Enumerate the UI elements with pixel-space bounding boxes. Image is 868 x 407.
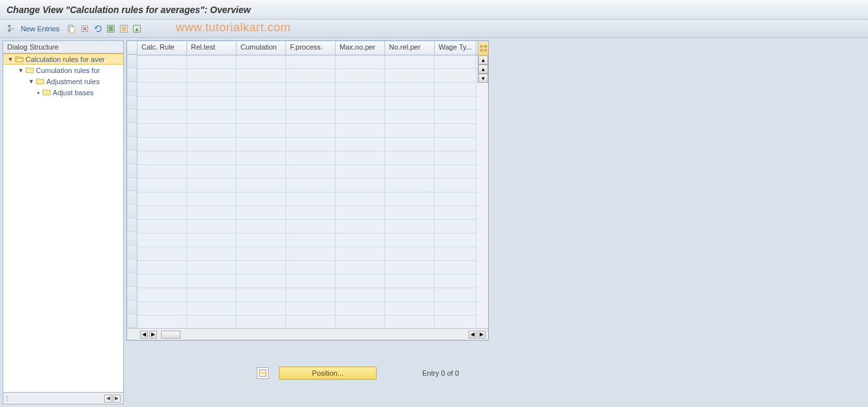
expand-toggle-icon[interactable]: ▼	[28, 78, 35, 85]
cell[interactable]	[435, 138, 476, 151]
cell[interactable]	[237, 151, 286, 164]
cell[interactable]	[286, 275, 336, 288]
cell[interactable]	[336, 55, 385, 68]
cell[interactable]	[435, 55, 476, 68]
row-selector[interactable]	[127, 232, 137, 246]
row-selector[interactable]	[127, 82, 137, 96]
cell[interactable]	[137, 55, 187, 68]
row-selector[interactable]	[127, 301, 137, 314]
cell[interactable]	[137, 220, 187, 233]
cell[interactable]	[435, 165, 476, 178]
cell[interactable]	[336, 261, 385, 274]
cell[interactable]	[187, 302, 237, 315]
column-rel-test[interactable]: Rel.test	[187, 41, 237, 55]
select-all-rows[interactable]	[127, 41, 137, 55]
table-row[interactable]	[137, 83, 478, 97]
cell[interactable]	[336, 302, 385, 315]
row-selector[interactable]	[127, 55, 137, 68]
cell[interactable]	[137, 275, 187, 288]
cell[interactable]	[187, 124, 237, 137]
cell[interactable]	[286, 261, 336, 274]
table-config-icon[interactable]	[478, 41, 488, 55]
cell[interactable]	[286, 302, 336, 315]
table-row[interactable]	[137, 97, 478, 110]
cell[interactable]	[237, 220, 286, 233]
cell[interactable]	[237, 165, 286, 178]
table-row[interactable]	[137, 316, 478, 328]
row-selector[interactable]	[127, 164, 137, 178]
cell[interactable]	[286, 124, 336, 137]
cell[interactable]	[237, 124, 286, 137]
cell[interactable]	[336, 288, 385, 301]
cell[interactable]	[187, 206, 237, 219]
cell[interactable]	[385, 192, 435, 205]
cell[interactable]	[286, 110, 336, 123]
table-row[interactable]	[137, 55, 478, 69]
expand-toggle-icon[interactable]: ▼	[7, 56, 14, 63]
table-row[interactable]	[137, 288, 478, 302]
row-selector[interactable]	[127, 205, 137, 219]
table-row[interactable]	[137, 69, 478, 83]
cell[interactable]	[137, 206, 187, 219]
cell[interactable]	[385, 234, 435, 247]
cell[interactable]	[286, 55, 336, 68]
cell[interactable]	[336, 234, 385, 247]
cell[interactable]	[286, 288, 336, 301]
row-selector[interactable]	[127, 151, 137, 164]
row-selector[interactable]	[127, 96, 137, 110]
cell[interactable]	[137, 316, 187, 328]
cell[interactable]	[385, 83, 435, 96]
cell[interactable]	[237, 275, 286, 288]
cell[interactable]	[187, 234, 237, 247]
cell[interactable]	[137, 192, 187, 205]
cell[interactable]	[336, 151, 385, 164]
cell[interactable]	[385, 151, 435, 164]
position-button[interactable]: Position...	[279, 367, 377, 380]
cell[interactable]	[137, 165, 187, 178]
cell[interactable]	[237, 179, 286, 192]
cell[interactable]	[435, 288, 476, 301]
cell[interactable]	[286, 234, 336, 247]
table-row[interactable]	[137, 110, 478, 124]
table-row[interactable]	[137, 124, 478, 138]
cell[interactable]	[435, 110, 476, 123]
cell[interactable]	[336, 124, 385, 137]
cell[interactable]	[286, 83, 336, 96]
cell[interactable]	[435, 261, 476, 274]
column-wage-type[interactable]: Wage Ty...	[435, 41, 476, 55]
vertical-scrollbar[interactable]: ▲ ▲ ▼	[478, 55, 488, 83]
row-selector[interactable]	[127, 68, 137, 82]
scroll-left-icon[interactable]: ◀	[104, 395, 112, 402]
print-icon[interactable]	[131, 23, 143, 35]
cell[interactable]	[336, 165, 385, 178]
toggle-icon[interactable]	[5, 23, 17, 35]
cell[interactable]	[137, 97, 187, 110]
position-icon[interactable]	[257, 367, 268, 379]
column-max-no-per[interactable]: Max.no.per	[336, 41, 385, 55]
cell[interactable]	[187, 83, 237, 96]
cell[interactable]	[336, 316, 385, 328]
cell[interactable]	[137, 69, 187, 82]
cell[interactable]	[435, 124, 476, 137]
cell[interactable]	[187, 275, 237, 288]
table-row[interactable]	[137, 302, 478, 316]
scrollbar-thumb[interactable]	[161, 331, 181, 339]
cell[interactable]	[286, 192, 336, 205]
grip-icon[interactable]: :::	[6, 395, 7, 402]
cell[interactable]	[187, 288, 237, 301]
cell[interactable]	[286, 69, 336, 82]
cell[interactable]	[237, 110, 286, 123]
cell[interactable]	[336, 69, 385, 82]
cell[interactable]	[237, 302, 286, 315]
cell[interactable]	[137, 179, 187, 192]
cell[interactable]	[187, 316, 237, 328]
cell[interactable]	[435, 192, 476, 205]
scroll-right-icon[interactable]: ▶	[149, 331, 157, 339]
table-row[interactable]	[137, 151, 478, 165]
cell[interactable]	[435, 316, 476, 328]
cell[interactable]	[336, 110, 385, 123]
cell[interactable]	[237, 316, 286, 328]
tree-item-calculation-rules[interactable]: ▼ Calculation rules for aver	[3, 53, 123, 65]
cell[interactable]	[137, 247, 187, 260]
row-selector[interactable]	[127, 191, 137, 205]
